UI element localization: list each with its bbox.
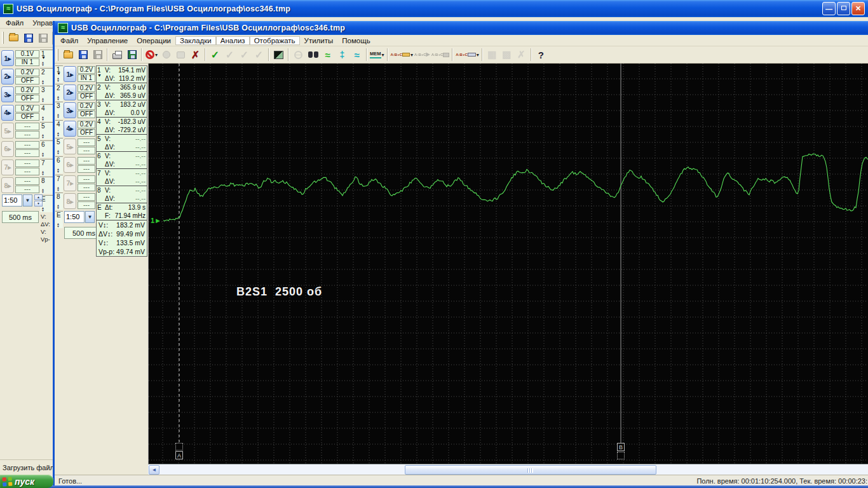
position-slider-2[interactable]: 2▲▼: [40, 68, 53, 85]
channel-5-button[interactable]: 5▸: [1, 123, 14, 139]
menu-item-Управление[interactable]: Управление: [83, 36, 132, 45]
channel-5-input[interactable]: ---: [78, 147, 95, 154]
open-file-button[interactable]: [61, 48, 76, 62]
spinner-icon[interactable]: ▲▼: [57, 132, 60, 137]
spinner-icon[interactable]: ▲▼: [41, 170, 44, 175]
spinner-icon[interactable]: ▲▼: [57, 222, 60, 227]
menu-item-Операции[interactable]: Операции: [132, 36, 175, 45]
channel-2-input[interactable]: OFF: [78, 93, 95, 100]
position-slider-4[interactable]: 4▲▼: [40, 104, 53, 121]
spinner-icon[interactable]: ▲▼: [41, 152, 44, 157]
back-timebase[interactable]: 500 ms: [2, 211, 39, 223]
channel-3-input[interactable]: OFF: [15, 95, 39, 102]
channel-7-button[interactable]: 7▸: [1, 159, 14, 175]
save-file-button[interactable]: [76, 48, 90, 62]
channel-4-input[interactable]: OFF: [78, 129, 95, 137]
position-slider-3[interactable]: 3▲▼: [40, 86, 53, 103]
probe-ratio-dropdown[interactable]: ▼: [23, 194, 32, 207]
channel-7-button[interactable]: 7▸: [64, 175, 76, 191]
spin-down-button[interactable]: ▼: [34, 201, 43, 207]
spinner-icon[interactable]: ▲▼: [41, 207, 44, 212]
channel-8-input[interactable]: ---: [15, 186, 39, 193]
dropdown-arrow-icon[interactable]: ▾: [155, 52, 158, 58]
channel-1-input[interactable]: IN 1: [78, 74, 95, 82]
export-image-button[interactable]: [125, 48, 139, 62]
channel-7-range[interactable]: ---: [15, 159, 39, 167]
channel-6-input[interactable]: ---: [15, 149, 39, 157]
spinner-icon[interactable]: ▲▼: [41, 133, 44, 139]
channel-3-range[interactable]: 0.2V: [15, 86, 39, 94]
position-slider-6[interactable]: 6▲▼: [40, 140, 53, 158]
spinner-icon[interactable]: ▲▼: [57, 77, 60, 82]
scroll-left-button[interactable]: ◄: [149, 465, 159, 475]
channel-4-input[interactable]: OFF: [15, 113, 39, 121]
position-slider-8[interactable]: 8▲▼: [55, 193, 63, 210]
channel-7-range[interactable]: ---: [78, 175, 95, 183]
spinner-icon[interactable]: ▲▼: [57, 186, 60, 191]
channel-8-range[interactable]: ---: [15, 177, 39, 185]
restore-button[interactable]: [837, 2, 850, 15]
menu-item-Закладки[interactable]: Закладки: [175, 36, 216, 45]
spinner-icon[interactable]: ▲▼: [57, 149, 60, 154]
channel-6-input[interactable]: ---: [78, 165, 95, 173]
dropdown-arrow-icon[interactable]: ▾: [382, 52, 384, 58]
channel-1-button[interactable]: 1▸: [1, 50, 14, 66]
channel-8-range[interactable]: ---: [78, 193, 95, 201]
cursor-a-label[interactable]: A: [175, 451, 183, 459]
cursor-b-handle[interactable]: [617, 452, 625, 459]
channel-3-range[interactable]: 0.2V: [78, 102, 95, 110]
spinner-icon[interactable]: ▲▼: [41, 79, 44, 85]
position-slider-8[interactable]: 8▲▼: [40, 177, 53, 194]
search-button[interactable]: [306, 48, 320, 62]
dropdown-arrow-icon[interactable]: ▾: [410, 52, 413, 58]
print-button[interactable]: [110, 48, 125, 62]
position-slider-5[interactable]: 5▲▼: [55, 138, 63, 155]
help-button[interactable]: ?: [534, 48, 548, 62]
abc-open-button[interactable]: A:B+C▾: [390, 48, 414, 62]
position-slider-E[interactable]: E▲▼: [55, 211, 63, 228]
back-titlebar[interactable]: ≈ USB Осциллограф - C:\Program Files\USB…: [0, 0, 868, 17]
minimize-button[interactable]: —: [822, 2, 836, 15]
menu-item-Помощь[interactable]: Помощь: [337, 36, 374, 45]
cursor-b-label[interactable]: B: [617, 443, 625, 451]
channel-4-button[interactable]: 4▸: [1, 105, 14, 121]
stop-acquisition-button[interactable]: ▾: [144, 48, 159, 62]
channel-4-range[interactable]: 0.2V: [15, 105, 39, 112]
channel-7-input[interactable]: ---: [78, 184, 95, 191]
probe-ratio-value[interactable]: 1:50: [2, 194, 22, 207]
open-file-button[interactable]: [6, 30, 21, 45]
channel-7-input[interactable]: ---: [15, 168, 39, 175]
abort-button[interactable]: ✗: [188, 48, 203, 62]
spinner-icon[interactable]: ▲▼: [41, 61, 44, 66]
front-titlebar[interactable]: ≈ USB Осциллограф - C:\Program Files\USB…: [55, 21, 868, 35]
spinner-icon[interactable]: ▲▼: [57, 113, 60, 118]
spinner-icon[interactable]: ▲▼: [57, 204, 60, 209]
channel-1-input[interactable]: IN 1: [15, 58, 39, 66]
spinner-icon[interactable]: ▲▼: [41, 188, 44, 193]
abc-edit-button[interactable]: A:B+C▾: [455, 48, 480, 62]
channel-3-button[interactable]: 3▸: [1, 86, 14, 102]
channel-2-button[interactable]: 2▸: [64, 85, 76, 100]
position-slider-7[interactable]: 7▲▼: [40, 159, 53, 176]
position-slider-1[interactable]: 1▼▲▼: [40, 50, 53, 67]
spinner-icon[interactable]: ▲▼: [57, 95, 60, 100]
channel-1-range[interactable]: 0.2V: [78, 66, 95, 74]
channel-5-input[interactable]: ---: [15, 131, 39, 139]
channel-2-input[interactable]: OFF: [15, 77, 39, 85]
menu-item-Отображать[interactable]: Отображать: [250, 36, 300, 45]
dropdown-arrow-icon[interactable]: ▾: [477, 52, 479, 58]
memory-button[interactable]: MEM▾: [369, 48, 385, 62]
channel-8-button[interactable]: 8▸: [1, 177, 14, 193]
start-button[interactable]: пуск: [0, 475, 53, 488]
position-slider-3[interactable]: 3▲▼: [55, 102, 63, 119]
probe-ratio-dropdown[interactable]: ▼: [85, 211, 95, 223]
position-slider-7[interactable]: 7▲▼: [55, 175, 63, 192]
channel-2-range[interactable]: 0.2V: [15, 69, 39, 76]
spinner-icon[interactable]: ▲▼: [57, 168, 60, 173]
channel-6-button[interactable]: 6▸: [1, 141, 14, 157]
scrollbar-thumb[interactable]: [405, 465, 656, 475]
channel-1-button[interactable]: 1▸: [64, 66, 76, 82]
horizontal-scrollbar[interactable]: ◄: [148, 464, 868, 475]
menu-item-Файл[interactable]: Файл: [56, 36, 83, 45]
menu-item-Утилиты[interactable]: Утилиты: [300, 36, 338, 45]
